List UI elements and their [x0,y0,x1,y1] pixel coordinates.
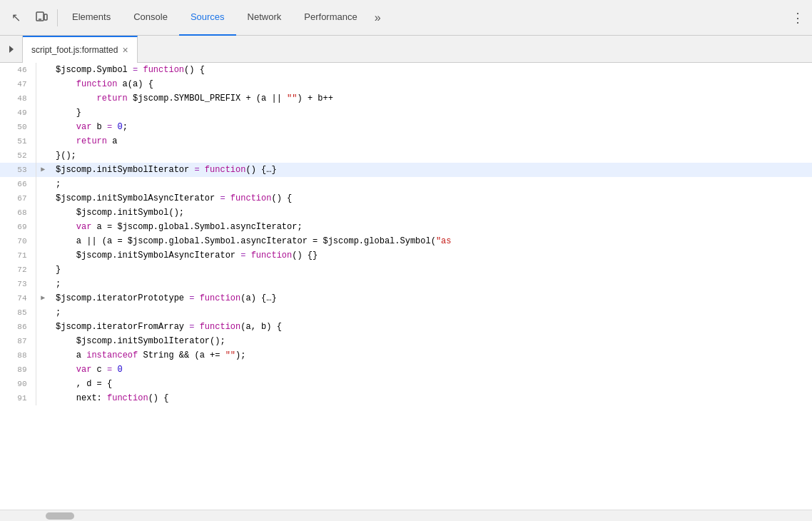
file-tab-close-button[interactable]: × [122,45,128,55]
cursor-icon-btn[interactable]: ↖ [3,5,29,31]
table-row: 89 var c = 0 [0,363,812,377]
line-number: 52 [0,148,36,163]
code-scroll-area[interactable]: 46$jscomp.Symbol = function() {47 functi… [0,63,812,510]
line-code: $jscomp.initSymbolAsyncIterator = functi… [50,191,812,206]
line-number: 91 [0,391,36,405]
code-table: 46$jscomp.Symbol = function() {47 functi… [0,63,812,405]
line-code: $jscomp.initSymbolAsyncIterator = functi… [50,248,812,263]
table-row: 91 next: function() { [0,391,812,405]
line-collapse-arrow [36,206,50,220]
line-number: 72 [0,263,36,277]
line-collapse-arrow [36,363,50,377]
tab-elements[interactable]: Elements [61,0,122,36]
line-code: return $jscomp.SYMBOL_PREFIX + (a || "")… [50,91,812,106]
line-collapse-arrow [36,91,50,106]
line-code: $jscomp.Symbol = function() { [50,63,812,77]
tab-network[interactable]: Network [236,0,293,36]
svg-rect-1 [44,14,47,20]
line-code: }(); [50,148,812,163]
line-collapse-arrow [36,106,50,120]
table-row: 48 return $jscomp.SYMBOL_PREFIX + (a || … [0,91,812,106]
table-row: 47 function a(a) { [0,77,812,91]
line-collapse-arrow [36,77,50,91]
table-row: 68 $jscomp.initSymbol(); [0,206,812,220]
line-code: $jscomp.iteratorPrototype = function(a) … [50,291,812,305]
table-row: 66; [0,177,812,191]
line-number: 87 [0,334,36,348]
line-number: 49 [0,106,36,120]
line-number: 67 [0,191,36,206]
line-code: ; [50,177,812,191]
line-code: $jscomp.initSymbolIterator = function() … [50,163,812,177]
table-row: 72} [0,263,812,277]
line-collapse-arrow [36,334,50,348]
table-row: 69 var a = $jscomp.global.Symbol.asyncIt… [0,220,812,234]
line-collapse-arrow [36,120,50,134]
tab-performance[interactable]: Performance [293,0,368,36]
tab-sources[interactable]: Sources [179,0,236,36]
table-row: 70 a || (a = $jscomp.global.Symbol.async… [0,234,812,248]
line-collapse-arrow [36,134,50,148]
line-code: $jscomp.iteratorFromArray = function(a, … [50,320,812,334]
line-number: 86 [0,320,36,334]
line-code: return a [50,134,812,148]
line-number: 51 [0,134,36,148]
line-collapse-arrow [36,305,50,320]
line-number: 53 [0,163,36,177]
line-code: , d = { [50,377,812,391]
table-row: 85; [0,305,812,320]
device-icon [35,10,48,26]
line-code: var a = $jscomp.global.Symbol.asyncItera… [50,220,812,234]
tab-more-button[interactable]: » [369,0,387,36]
line-number: 90 [0,377,36,391]
line-code: next: function() { [50,391,812,405]
line-number: 66 [0,177,36,191]
tab-separator [57,9,58,26]
line-number: 85 [0,305,36,320]
table-row: 86$jscomp.iteratorFromArray = function(a… [0,320,812,334]
line-number: 69 [0,220,36,234]
table-row: 52}(); [0,148,812,163]
file-tab-bar: script_foot.js:formatted × [0,36,812,63]
table-row: 53▶$jscomp.initSymbolIterator = function… [0,163,812,177]
table-row: 87 $jscomp.initSymbolIterator(); [0,334,812,348]
devtools-menu-button[interactable]: ⋮ [786,6,809,29]
table-row: 90 , d = { [0,377,812,391]
line-collapse-arrow [36,234,50,248]
code-editor: 46$jscomp.Symbol = function() {47 functi… [0,63,812,521]
line-number: 68 [0,206,36,220]
table-row: 46$jscomp.Symbol = function() { [0,63,812,77]
line-code: var b = 0; [50,120,812,134]
line-collapse-arrow [36,320,50,334]
line-collapse-arrow [36,348,50,363]
line-number: 47 [0,77,36,91]
line-collapse-arrow [36,248,50,263]
file-tab-script[interactable]: script_foot.js:formatted × [23,36,138,63]
line-collapse-arrow [36,277,50,291]
horizontal-scrollbar[interactable] [0,510,812,521]
line-code: var c = 0 [50,363,812,377]
line-code: } [50,106,812,120]
line-collapse-arrow [36,263,50,277]
line-code: $jscomp.initSymbolIterator(); [50,334,812,348]
line-collapse-arrow[interactable]: ▶ [36,163,50,177]
tab-console[interactable]: Console [122,0,179,36]
device-icon-btn[interactable] [29,5,54,31]
line-collapse-arrow [36,391,50,405]
line-collapse-arrow [36,191,50,206]
line-collapse-arrow [36,220,50,234]
line-number: 89 [0,363,36,377]
table-row: 88 a instanceof String && (a += ""); [0,348,812,363]
line-number: 46 [0,63,36,77]
line-code: } [50,263,812,277]
line-code: a || (a = $jscomp.global.Symbol.asyncIte… [50,234,812,248]
panel-arrow-icon[interactable] [0,36,23,63]
line-code: ; [50,305,812,320]
line-code: $jscomp.initSymbol(); [50,206,812,220]
table-row: 74▶$jscomp.iteratorPrototype = function(… [0,291,812,305]
line-collapse-arrow [36,148,50,163]
line-collapse-arrow[interactable]: ▶ [36,291,50,305]
scroll-thumb[interactable] [46,512,74,520]
line-number: 71 [0,248,36,263]
line-code: function a(a) { [50,77,812,91]
